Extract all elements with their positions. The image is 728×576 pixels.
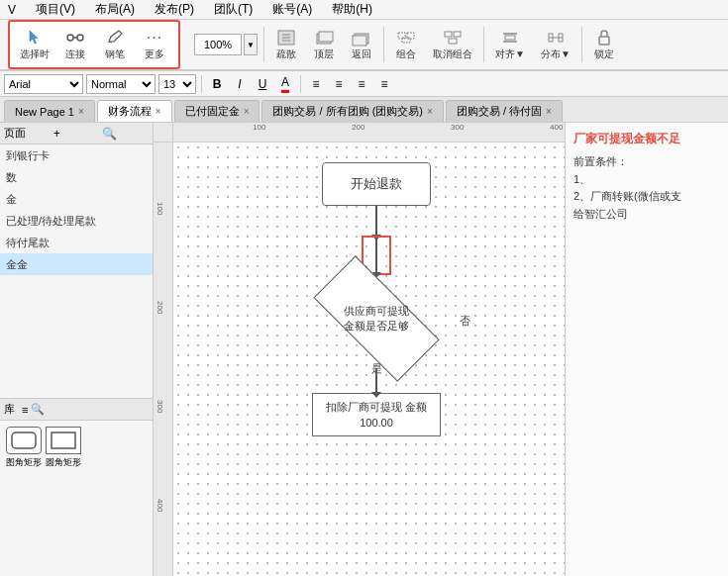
stop-button[interactable]: 疏散 (270, 26, 302, 63)
page-item-gold[interactable]: 金金 (0, 253, 153, 275)
action-box[interactable]: 扣除厂商可提现 金额100.00 (312, 393, 441, 436)
tab-new-page[interactable]: New Page 1 × (4, 100, 95, 122)
connector-2 (375, 368, 377, 393)
shape-rounded-rect[interactable]: 图角矩形 (6, 427, 42, 469)
menu-account[interactable]: 账号(A) (268, 0, 316, 20)
start-box[interactable]: 开始退款 (322, 162, 431, 206)
tab-close-finance-flow[interactable]: × (156, 106, 161, 117)
back-button[interactable]: 返回 (346, 26, 377, 63)
ruler-vtick-100: 100 (156, 202, 164, 215)
font-color-button[interactable]: A (275, 74, 295, 94)
menu-v[interactable]: V (4, 1, 20, 19)
stop-icon (275, 28, 297, 48)
pencil-tool-button[interactable]: 钢笔 (97, 26, 133, 63)
align-center-button[interactable]: ≡ (329, 74, 349, 94)
tab-group-pending[interactable]: 团购交易 / 待付固 × (446, 100, 563, 122)
menu-project[interactable]: 项目(V) (32, 0, 79, 20)
flowchart: 开始退款 (312, 162, 441, 436)
connector-1 (375, 206, 377, 236)
page-item-count[interactable]: 数 (0, 166, 153, 188)
tab-label-finance-flow: 财务流程 (108, 104, 152, 119)
svg-rect-17 (449, 39, 457, 44)
size-select[interactable]: 13 (158, 74, 196, 94)
page-item-pending[interactable]: 待付尾款 (0, 232, 153, 253)
tab-group-trade[interactable]: 团购交易 / 所有团购 (团购交易) × (261, 100, 443, 122)
align-label: 对齐▼ (495, 48, 525, 61)
tab-close-new-page[interactable]: × (78, 106, 84, 117)
zoom-dropdown-button[interactable]: ▼ (244, 34, 258, 55)
menu-publish[interactable]: 发布(P) (151, 0, 198, 20)
menu-bar: V 项目(V) 布局(A) 发布(P) 团队(T) 账号(A) 帮助(H) (0, 0, 728, 20)
font-select[interactable]: Arial (4, 74, 83, 94)
ruler-corner (154, 123, 173, 143)
layer-icon (313, 28, 335, 48)
page-item-amount[interactable]: 金 (0, 188, 153, 210)
page-item-bank-label: 到银行卡 (6, 146, 50, 164)
back-label: 返回 (352, 48, 371, 61)
main-area: 页面 + 🔍 到银行卡 数 金 已处理/待处理尾款 待付尾款 金金 (0, 123, 728, 576)
ruler-vtick-200: 200 (156, 301, 164, 314)
right-panel-content: 前置条件： 1、 2、厂商转账(微信或支 给智汇公司 (573, 153, 720, 223)
lock-button[interactable]: 锁定 (588, 26, 620, 63)
ruler-tick-100: 100 (253, 123, 265, 132)
lock-label: 锁定 (594, 48, 614, 61)
start-node[interactable]: 开始退款 (312, 162, 441, 206)
tab-close-paid-fixed[interactable]: × (244, 106, 250, 117)
tab-finance-flow[interactable]: 财务流程 × (97, 100, 172, 122)
underline-button[interactable]: U (253, 74, 272, 94)
right-panel: 厂家可提现金额不足 前置条件： 1、 2、厂商转账(微信或支 给智汇公司 (565, 123, 728, 576)
menu-team[interactable]: 团队(T) (210, 0, 257, 20)
pages-label: 页面 (4, 126, 51, 141)
connect-tool-button[interactable]: 连接 (57, 26, 93, 63)
italic-button[interactable]: I (230, 74, 250, 94)
inner-line (375, 238, 377, 273)
select-tool-button[interactable]: 选择时 (16, 26, 53, 63)
right-panel-text: 前置条件： 1、 2、厂商转账(微信或支 给智汇公司 (573, 155, 681, 220)
align-button[interactable]: 对齐▼ (490, 26, 530, 63)
canvas-content[interactable]: 开始退款 (173, 143, 565, 576)
svg-point-0 (67, 35, 73, 41)
style-select[interactable]: Normal (86, 74, 156, 94)
ungroup-button[interactable]: 取消组合 (428, 26, 477, 63)
canvas-wrapper[interactable]: 开始退款 (173, 143, 565, 576)
back-icon (351, 28, 372, 48)
svg-rect-15 (445, 32, 452, 37)
library-search-icon[interactable]: 🔍 (31, 403, 45, 416)
ruler-vtick-400: 400 (156, 499, 164, 512)
library-menu-icon[interactable]: ≡ (22, 404, 28, 416)
page-item-processed[interactable]: 已处理/待处理尾款 (0, 210, 153, 232)
page-item-bank[interactable]: 到银行卡 (0, 144, 153, 166)
distribute-button[interactable]: 分布▼ (536, 26, 575, 63)
toolbar-separator-3 (483, 27, 484, 62)
menu-help[interactable]: 帮助(H) (328, 0, 376, 20)
group-button[interactable]: 组合 (390, 26, 422, 63)
more-tool-button[interactable]: ··· 更多 (137, 26, 172, 63)
align-justify-button[interactable]: ≡ (374, 74, 394, 94)
page-item-gold-label: 金金 (6, 255, 28, 273)
tabs-bar: New Page 1 × 财务流程 × 已付固定金 × 团购交易 / 所有团购 … (0, 97, 728, 123)
pages-add-icon[interactable]: + (53, 127, 100, 141)
action-node[interactable]: 扣除厂商可提现 金额100.00 (312, 393, 441, 436)
more-icon: ··· (143, 28, 166, 48)
zoom-input[interactable] (194, 34, 242, 55)
lock-icon (593, 28, 615, 48)
svg-rect-19 (505, 36, 515, 40)
diamond-label: 供应商可提现 金额是否足够 (344, 304, 409, 335)
layer-button[interactable]: 顶层 (308, 26, 340, 63)
align-left-button[interactable]: ≡ (306, 74, 326, 94)
pages-search-icon[interactable]: 🔍 (102, 127, 149, 141)
ruler-tick-400: 400 (550, 123, 563, 132)
tab-paid-fixed[interactable]: 已付固定金 × (174, 100, 260, 122)
cursor-icon (23, 28, 47, 48)
tab-close-group-pending[interactable]: × (546, 106, 552, 117)
shape-rect[interactable]: 圆角矩形 (46, 427, 81, 469)
tab-label-new-page: New Page 1 (15, 106, 74, 118)
page-item-amount-label: 金 (6, 190, 17, 208)
menu-layout[interactable]: 布局(A) (91, 0, 139, 20)
diamond-node[interactable]: 供应商可提现 金额是否足够 否 是 (312, 279, 441, 358)
bold-button[interactable]: B (207, 74, 227, 94)
tab-close-group-trade[interactable]: × (427, 106, 433, 117)
page-item-count-label: 数 (6, 168, 17, 186)
right-panel-title: 厂家可提现金额不足 (573, 131, 720, 147)
align-right-button[interactable]: ≡ (352, 74, 371, 94)
